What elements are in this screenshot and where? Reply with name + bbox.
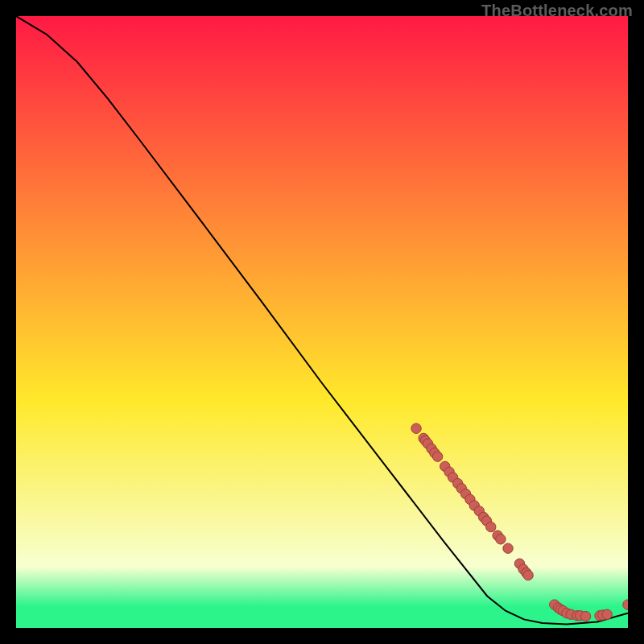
chart-frame: { "attribution": "TheBottleneck.com", "c… <box>0 0 644 644</box>
data-point <box>496 535 506 544</box>
gradient-background <box>16 16 628 628</box>
data-point <box>523 570 533 580</box>
data-point <box>580 611 590 621</box>
data-point <box>486 522 496 531</box>
chart-plot-area <box>16 16 628 628</box>
data-point <box>432 452 442 461</box>
data-point <box>503 543 513 553</box>
data-point <box>411 423 421 433</box>
data-point <box>602 609 612 619</box>
